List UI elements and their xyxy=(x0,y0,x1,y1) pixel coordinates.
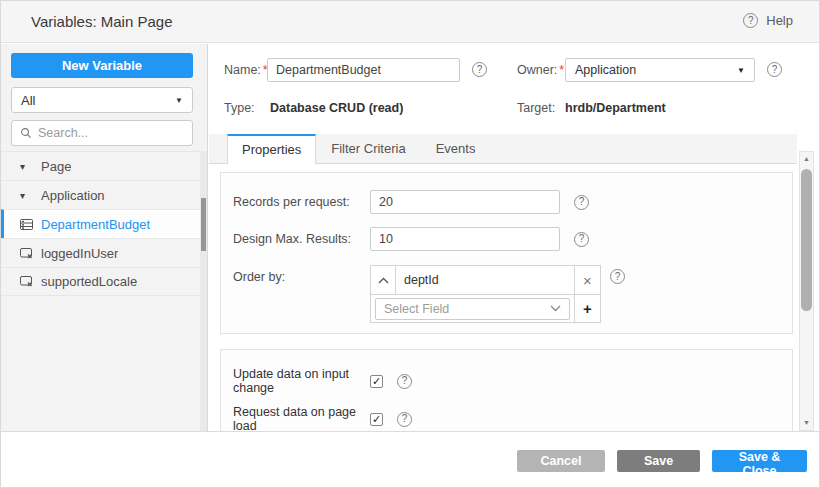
owner-selected-value: Application xyxy=(575,63,636,77)
main-scrollbar[interactable]: ▲ ▼ xyxy=(799,151,814,431)
search-box xyxy=(11,120,193,146)
tree-item-label: DepartmentBudget xyxy=(41,217,150,232)
tab-events[interactable]: Events xyxy=(421,134,491,163)
data-settings-group: Records per request: ? Design Max. Resul… xyxy=(220,172,793,334)
help-icon: ? xyxy=(743,13,758,28)
tab-bar: Properties Filter Criteria Events xyxy=(209,134,797,164)
records-per-request-label: Records per request: xyxy=(233,195,370,209)
new-variable-button[interactable]: New Variable xyxy=(11,53,193,78)
collapse-icon[interactable]: ▾ xyxy=(20,161,33,172)
variables-dialog: Variables: Main Page ? Help New Variable… xyxy=(0,0,820,488)
dialog-footer: Cancel Save Save & Close xyxy=(1,431,820,488)
chevron-down-icon: ▼ xyxy=(737,66,745,75)
tree-item-label: loggedInUser xyxy=(41,246,118,261)
update-on-input-label: Update data on input change xyxy=(233,367,370,395)
order-by-widget: deptId × Select Field + xyxy=(370,265,601,323)
chevron-down-icon: ▼ xyxy=(175,96,183,105)
name-input[interactable] xyxy=(267,58,460,82)
owner-select[interactable]: Application ▼ xyxy=(565,58,755,82)
help-label: Help xyxy=(766,13,793,28)
records-per-request-input[interactable] xyxy=(370,190,560,214)
design-max-help-icon[interactable]: ? xyxy=(574,232,589,247)
sidebar-item-departmentbudget[interactable]: DepartmentBudget xyxy=(1,209,201,238)
sidebar: New Variable All ▼ ▾ Page ▾ Application xyxy=(1,44,208,431)
sidebar-item-loggedinuser[interactable]: loggedInUser xyxy=(1,238,201,267)
variable-filter-select[interactable]: All ▼ xyxy=(11,87,193,113)
tab-properties[interactable]: Properties xyxy=(227,134,316,164)
sidebar-item-supportedlocale[interactable]: supportedLocale xyxy=(1,267,201,296)
owner-label: Owner:* xyxy=(517,63,564,77)
sidebar-scrollbar[interactable] xyxy=(200,151,207,431)
collapse-icon[interactable]: ▾ xyxy=(20,190,33,201)
variable-icon xyxy=(20,276,33,287)
owner-help-icon[interactable]: ? xyxy=(767,62,782,77)
required-marker: * xyxy=(559,63,564,77)
type-label: Type: xyxy=(224,101,255,115)
variable-details: Name:* ? Owner:* Application ▼ ? Type: D… xyxy=(209,44,820,431)
save-button[interactable]: Save xyxy=(617,450,700,472)
tree-group-label: Application xyxy=(41,188,105,203)
target-value: hrdb/Department xyxy=(565,101,666,115)
name-label: Name:* xyxy=(224,63,268,77)
design-max-results-row: Design Max. Results: ? xyxy=(233,227,589,251)
records-per-request-row: Records per request: ? xyxy=(233,190,589,214)
scroll-down-icon[interactable]: ▼ xyxy=(800,417,813,429)
sidebar-item-page[interactable]: ▾ Page xyxy=(1,151,201,180)
variables-tree: ▾ Page ▾ Application DepartmentBudget lo… xyxy=(1,151,201,296)
behavior-settings-group: Update data on input change ✓ ? Request … xyxy=(220,349,793,431)
select-field-placeholder: Select Field xyxy=(384,302,449,316)
records-help-icon[interactable]: ? xyxy=(574,195,589,210)
search-icon xyxy=(20,127,32,139)
tree-item-label: supportedLocale xyxy=(41,274,137,289)
save-and-close-button[interactable]: Save & Close xyxy=(712,450,807,472)
remove-order-field-button[interactable]: × xyxy=(574,266,600,294)
select-field-wrap: Select Field xyxy=(371,295,574,322)
type-value: Database CRUD (read) xyxy=(270,101,403,115)
update-on-input-row: Update data on input change ✓ ? xyxy=(233,367,412,395)
name-help-icon[interactable]: ? xyxy=(472,62,487,77)
variable-icon xyxy=(20,248,33,259)
filter-selected-value: All xyxy=(21,93,35,108)
page-title: Variables: Main Page xyxy=(31,13,172,30)
sidebar-item-application[interactable]: ▾ Application xyxy=(1,180,201,209)
request-on-load-row: Request data on page load ✓ ? xyxy=(233,405,412,431)
target-label: Target: xyxy=(517,101,555,115)
help-link[interactable]: ? Help xyxy=(743,13,793,28)
request-on-load-label: Request data on page load xyxy=(233,405,370,431)
order-by-row: deptId × xyxy=(371,266,600,294)
request-on-load-help-icon[interactable]: ? xyxy=(397,412,412,427)
order-by-help-icon[interactable]: ? xyxy=(610,269,625,284)
design-max-results-label: Design Max. Results: xyxy=(233,232,370,246)
tree-group-label: Page xyxy=(41,159,71,174)
properties-panel: Records per request: ? Design Max. Resul… xyxy=(209,165,799,431)
update-on-input-help-icon[interactable]: ? xyxy=(397,374,412,389)
add-order-field-row: Select Field + xyxy=(371,294,600,322)
order-by-label: Order by: xyxy=(233,270,285,284)
chevron-down-icon xyxy=(550,305,561,312)
order-by-field-value[interactable]: deptId xyxy=(396,266,574,294)
add-order-field-button[interactable]: + xyxy=(574,295,600,322)
design-max-results-input[interactable] xyxy=(370,227,560,251)
crud-variable-icon xyxy=(20,219,33,230)
cancel-button[interactable]: Cancel xyxy=(517,450,605,472)
scroll-up-icon[interactable]: ▲ xyxy=(800,153,813,165)
title-bar: Variables: Main Page ? Help xyxy=(1,1,820,43)
sidebar-scrollbar-thumb[interactable] xyxy=(201,198,206,251)
search-input[interactable] xyxy=(38,126,184,140)
update-on-input-checkbox[interactable]: ✓ xyxy=(370,375,383,388)
main-scrollbar-thumb[interactable] xyxy=(801,169,812,311)
select-field-dropdown[interactable]: Select Field xyxy=(375,298,570,320)
tab-filter-criteria[interactable]: Filter Criteria xyxy=(316,134,420,163)
request-on-load-checkbox[interactable]: ✓ xyxy=(370,413,383,426)
sort-direction-button[interactable] xyxy=(371,266,396,294)
chevron-up-icon xyxy=(378,277,389,284)
